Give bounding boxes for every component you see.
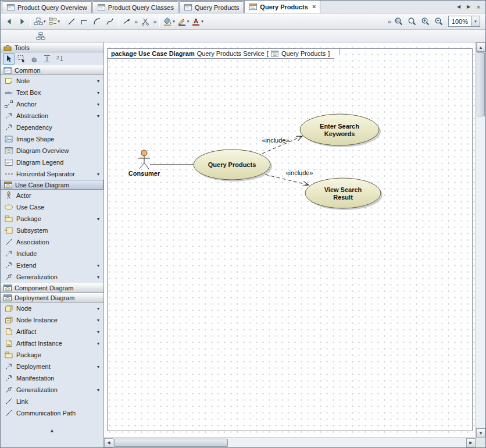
tab-close-icon[interactable]: × xyxy=(312,3,316,10)
palette-item-note[interactable]: Note▾ xyxy=(1,75,103,87)
zoom-fit-button[interactable] xyxy=(406,15,419,28)
palette-item-node[interactable]: Node▾ xyxy=(1,303,103,314)
pointer-tool-button[interactable] xyxy=(3,53,15,65)
spline-path-button[interactable] xyxy=(103,15,116,28)
palette-item-deployment[interactable]: Deployment▾ xyxy=(1,361,103,372)
add-shapes-button[interactable]: ▾ xyxy=(47,15,62,28)
dropdown-arrow-icon: ▾ xyxy=(97,275,101,280)
textbox-icon: abc xyxy=(4,88,13,97)
dropdown-arrow-icon[interactable]: ▾ xyxy=(471,16,480,26)
palette-item-link[interactable]: Link xyxy=(1,396,103,407)
palette-item-artifact-instance[interactable]: Artifact Instance▾ xyxy=(1,337,103,349)
diagram-canvas[interactable]: package Use Case Diagram Query Products … xyxy=(104,42,476,438)
toolbar-overflow-chevron[interactable]: » xyxy=(388,18,391,25)
palette-item-use-case[interactable]: Use Case xyxy=(1,201,103,213)
include-stereotype-label-2: «include» xyxy=(285,169,313,176)
section-header-deployment-diagram[interactable]: Deployment Diagram xyxy=(1,293,103,303)
tab-product-query-classes[interactable]: Product Query Classes xyxy=(92,1,178,13)
zoom-in-button[interactable] xyxy=(419,15,432,28)
tab-label: Product Query Overview xyxy=(17,4,87,11)
palette-item-artifact[interactable]: Artifact▾ xyxy=(1,326,103,337)
palette-item-actor[interactable]: Actor xyxy=(1,190,103,201)
palette-item-text-box[interactable]: abcText Box▾ xyxy=(1,87,103,98)
palette-item-abstraction[interactable]: Abstraction▾ xyxy=(1,110,103,122)
palette-item-manifestation[interactable]: Manifestation xyxy=(1,372,103,384)
usecase-enter-search-keywords[interactable]: Enter Search Keywords xyxy=(300,114,381,147)
sort-tool-button[interactable]: Z xyxy=(54,53,66,65)
line-color-button[interactable]: ▾ xyxy=(176,15,191,28)
palette-item-label: Manifestation xyxy=(16,375,101,382)
palette-item-package[interactable]: Package▾ xyxy=(1,213,103,225)
scroll-left-button[interactable]: ◀ xyxy=(104,438,113,447)
zoom-level-value: 100% xyxy=(449,18,471,25)
zoom-level-select[interactable]: 100% ▾ xyxy=(448,16,480,27)
palette-item-diagram-overview[interactable]: Diagram Overview xyxy=(1,145,103,157)
section-title: Component Diagram xyxy=(15,285,74,291)
horizontal-scrollbar[interactable]: ◀ ▶ xyxy=(104,438,476,447)
distribute-tool-button[interactable] xyxy=(41,53,53,65)
palette-item-communication-path[interactable]: Communication Path xyxy=(1,407,103,419)
palette-item-extend[interactable]: Extend▾ xyxy=(1,259,103,271)
toolbar-overflow-chevron[interactable]: » xyxy=(153,18,156,25)
usecase-label-line2: Keywords xyxy=(324,130,355,137)
palette-item-anchor[interactable]: Anchor▾ xyxy=(1,98,103,110)
palette-item-generalization[interactable]: Generalization▾ xyxy=(1,271,103,283)
palette-item-diagram-legend[interactable]: Diagram Legend xyxy=(1,157,103,168)
scroll-down-button[interactable]: ▼ xyxy=(476,428,485,438)
usecase-query-products[interactable]: Query Products xyxy=(194,150,272,182)
fill-color-button[interactable]: ▾ xyxy=(162,15,176,28)
related-elements-button[interactable] xyxy=(34,30,47,42)
draw-path-button[interactable] xyxy=(120,15,133,28)
zoom-out-button[interactable] xyxy=(433,15,445,28)
scroll-up-button[interactable]: ▲ xyxy=(476,42,485,52)
path-oblique-icon xyxy=(67,17,76,26)
section-header-common[interactable]: Common xyxy=(1,65,103,75)
palette-item-subsystem[interactable]: Subsystem xyxy=(1,225,103,236)
back-button[interactable] xyxy=(3,15,16,28)
scroll-tabs-right-button[interactable]: ▶ xyxy=(464,2,473,11)
zoom-region-button[interactable] xyxy=(392,15,405,28)
anchor-icon xyxy=(4,99,13,109)
rectilinear-path-button[interactable] xyxy=(78,15,91,28)
quick-layout-button[interactable]: ▾ xyxy=(33,15,47,28)
close-tab-button[interactable]: × xyxy=(474,2,483,11)
toolbar-overflow-chevron[interactable]: » xyxy=(134,18,138,25)
cut-button[interactable] xyxy=(139,15,152,28)
palette-item-label: Horizontal Separator xyxy=(16,170,94,177)
vertical-scrollbar-thumb[interactable] xyxy=(477,52,485,116)
zoom-buttons xyxy=(392,15,445,28)
section-header-use-case-diagram[interactable]: Use Case Diagram xyxy=(1,180,103,190)
marquee-select-tool-button[interactable] xyxy=(16,53,27,65)
palette-item-horizontal-separator[interactable]: Horizontal Separator▾ xyxy=(1,168,103,180)
tab-query-products[interactable]: Query Products× xyxy=(244,0,320,13)
align-icon xyxy=(42,54,52,63)
palette-item-package[interactable]: Package xyxy=(1,349,103,361)
tab-query-products[interactable]: Query Products xyxy=(179,1,244,13)
palette-item-node-instance[interactable]: Node Instance▾ xyxy=(1,314,103,326)
vertical-scrollbar[interactable]: ▲ ▼ xyxy=(476,42,485,438)
toolbar-separator xyxy=(159,16,160,27)
usecase-view-search-result[interactable]: View Search Result xyxy=(305,178,383,210)
tab-product-query-overview[interactable]: Product Query Overview xyxy=(2,1,92,13)
curved-path-button[interactable] xyxy=(91,15,103,28)
palette-item-dependency[interactable]: Dependency xyxy=(1,122,103,133)
horizontal-scrollbar-thumb[interactable] xyxy=(114,439,228,447)
forward-button[interactable] xyxy=(16,15,28,28)
palette-item-include[interactable]: Include xyxy=(1,248,103,259)
oblique-path-button[interactable] xyxy=(65,15,78,28)
section-header-component-diagram[interactable]: Component Diagram xyxy=(1,283,103,293)
dashed-arrow-icon xyxy=(4,362,13,371)
scroll-tabs-left-button[interactable]: ◀ xyxy=(454,2,463,11)
actor-consumer[interactable]: Consumer xyxy=(128,150,160,177)
scroll-right-button[interactable]: ▶ xyxy=(466,438,476,447)
palette-scroll-up-button[interactable]: ▲ xyxy=(1,426,103,435)
palette-item-association[interactable]: Association xyxy=(1,236,103,248)
font-color-button[interactable]: A▾ xyxy=(190,15,205,28)
left-arrow-icon: ◀ xyxy=(457,4,460,9)
palette-item-image-shape[interactable]: Image Shape xyxy=(1,133,103,145)
pan-tool-button[interactable] xyxy=(28,53,40,65)
diagram-tab-icon xyxy=(184,3,192,12)
path-spline-icon xyxy=(105,17,115,26)
section-header-tools[interactable]: Tools xyxy=(1,42,103,52)
palette-item-generalization[interactable]: Generalization▾ xyxy=(1,384,103,396)
